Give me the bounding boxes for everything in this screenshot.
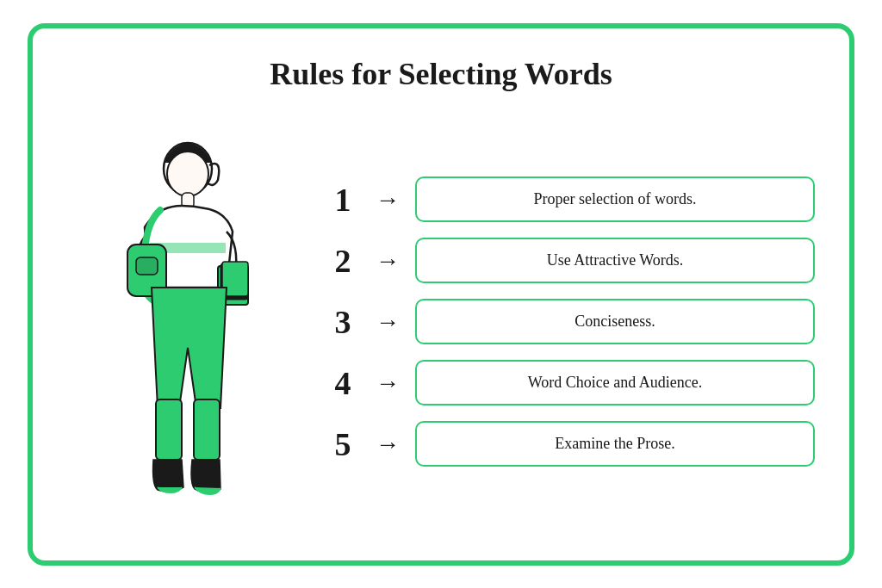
rule-number-2: 2 bbox=[326, 242, 360, 280]
rules-list: 1→Proper selection of words.2→Use Attrac… bbox=[308, 176, 815, 467]
rule-arrow-5: → bbox=[376, 430, 400, 458]
rule-box-2: Use Attractive Words. bbox=[415, 238, 815, 283]
rule-box-1: Proper selection of words. bbox=[415, 176, 815, 222]
rule-number-5: 5 bbox=[326, 425, 360, 463]
rule-arrow-4: → bbox=[376, 369, 400, 397]
student-illustration bbox=[93, 115, 283, 529]
rule-number-4: 4 bbox=[326, 364, 360, 402]
svg-rect-8 bbox=[136, 257, 158, 275]
svg-rect-10 bbox=[194, 399, 220, 460]
content-area: 1→Proper selection of words.2→Use Attrac… bbox=[33, 109, 849, 560]
svg-rect-9 bbox=[156, 399, 182, 460]
rule-item-4: 4→Word Choice and Audience. bbox=[326, 360, 815, 405]
rule-arrow-2: → bbox=[376, 247, 400, 275]
rule-number-3: 3 bbox=[326, 303, 360, 341]
illustration-area bbox=[67, 115, 308, 529]
page-title: Rules for Selecting Words bbox=[270, 56, 612, 92]
rule-item-2: 2→Use Attractive Words. bbox=[326, 238, 815, 283]
svg-point-1 bbox=[167, 152, 208, 196]
rule-number-1: 1 bbox=[326, 181, 360, 219]
rule-arrow-1: → bbox=[376, 186, 400, 214]
main-card: Rules for Selecting Words bbox=[28, 23, 854, 566]
rule-item-5: 5→Examine the Prose. bbox=[326, 421, 815, 467]
rule-box-5: Examine the Prose. bbox=[415, 421, 815, 467]
rule-item-3: 3→Conciseness. bbox=[326, 299, 815, 344]
rule-arrow-3: → bbox=[376, 308, 400, 336]
rule-item-1: 1→Proper selection of words. bbox=[326, 176, 815, 222]
rule-box-3: Conciseness. bbox=[415, 299, 815, 344]
rule-box-4: Word Choice and Audience. bbox=[415, 360, 815, 405]
